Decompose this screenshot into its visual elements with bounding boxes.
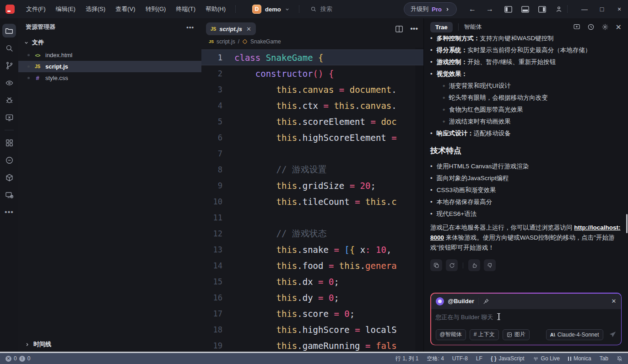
code-line[interactable]: 13 this.snake = [{ x: 10,: [201, 241, 423, 257]
builder-toolbar: @智能体 # 上下文 图片 A\ Claude-4-Sonnet: [431, 329, 621, 345]
git-branch-icon: [2, 59, 16, 72]
menu-item[interactable]: 查看(V): [110, 5, 140, 13]
window-minimize-button[interactable]: —: [576, 0, 593, 18]
code-line[interactable]: 1class SnakeGame {: [201, 49, 423, 65]
activity-remote-devices[interactable]: [0, 186, 18, 203]
menu-item[interactable]: 选择(S): [81, 5, 110, 13]
thumbs-up-button[interactable]: [468, 259, 480, 271]
file-item[interactable]: <>index.html: [18, 49, 201, 61]
code-line[interactable]: 8 // 游戏设置: [201, 161, 423, 177]
code-line[interactable]: 11: [201, 209, 423, 225]
breadcrumb-file[interactable]: script.js: [217, 38, 235, 45]
code-text: this.scoreElement = doc: [234, 117, 397, 127]
cursor-position[interactable]: 行 1, 列 1: [395, 355, 419, 363]
builder-mention[interactable]: @Builder: [448, 298, 474, 305]
code-line[interactable]: 10 this.tileCount = this.c: [201, 193, 423, 209]
regenerate-button[interactable]: [446, 259, 458, 271]
agents-chip[interactable]: @智能体: [436, 329, 466, 340]
chat-input[interactable]: 您正在与 Builder 聊天: [431, 309, 621, 329]
account-icon[interactable]: [555, 5, 563, 13]
tab-script-js[interactable]: JS script.js ✕: [206, 22, 256, 35]
code-line[interactable]: 15 this.dx = 0;: [201, 273, 423, 289]
go-live-button[interactable]: Go Live: [533, 355, 560, 362]
code-line[interactable]: 3 this.canvas = document.: [201, 81, 423, 97]
global-search[interactable]: 搜索: [310, 5, 332, 13]
code-line[interactable]: 12 // 游戏状态: [201, 225, 423, 241]
toggle-right-panel-button[interactable]: [538, 6, 546, 13]
encoding-setting[interactable]: UTF-8: [452, 355, 468, 362]
panel-scrollbar-thumb[interactable]: [626, 214, 628, 233]
breadcrumb-symbol[interactable]: SnakeGame: [250, 38, 281, 45]
activity-explorer[interactable]: [0, 22, 18, 39]
tab-agents[interactable]: 智能体: [464, 23, 482, 31]
close-builder-icon[interactable]: ✕: [612, 298, 617, 305]
nav-forward-button[interactable]: →: [486, 5, 493, 13]
thumbs-down-button[interactable]: [484, 259, 496, 271]
code-line[interactable]: 5 this.scoreElement = doc: [201, 113, 423, 129]
window-close-button[interactable]: ×: [611, 0, 628, 18]
activity-package[interactable]: [0, 169, 18, 186]
code-line[interactable]: 19 this.gameRunning = fals: [201, 337, 423, 352]
notifications-muted-icon[interactable]: [617, 356, 623, 362]
menu-item[interactable]: 帮助(H): [200, 5, 231, 13]
explorer-title: 资源管理器: [26, 23, 55, 31]
code-line[interactable]: 9 this.gridSize = 20;: [201, 177, 423, 193]
toggle-left-panel-button[interactable]: [504, 6, 512, 13]
image-chip[interactable]: 图片: [503, 329, 530, 340]
menu-item[interactable]: 文件(F): [21, 5, 51, 13]
hammer-icon[interactable]: [483, 298, 489, 305]
copy-button[interactable]: [430, 259, 442, 271]
toggle-bottom-panel-button[interactable]: [521, 6, 529, 13]
code-line[interactable]: 4 this.ctx = this.canvas.: [201, 97, 423, 113]
nav-back-button[interactable]: ←: [469, 5, 476, 13]
problems-indicator[interactable]: ✕ 0 ! 0: [5, 355, 30, 362]
menu-item[interactable]: 终端(T): [171, 5, 200, 13]
activity-search[interactable]: [0, 39, 18, 57]
activity-code-review[interactable]: [0, 74, 18, 91]
timeline-section-header[interactable]: 时间线: [18, 337, 201, 352]
file-item[interactable]: #style.css: [18, 72, 201, 84]
explorer-more-actions[interactable]: •••: [186, 24, 194, 31]
activity-history[interactable]: [0, 151, 18, 169]
code-line[interactable]: 14 this.food = this.genera: [201, 257, 423, 273]
activity-extensions[interactable]: [0, 134, 18, 151]
new-chat-icon[interactable]: [573, 23, 580, 31]
code-line[interactable]: 18 this.highScore = localS: [201, 321, 423, 337]
activity-terminal[interactable]: [0, 109, 18, 126]
activity-debug[interactable]: [0, 91, 18, 109]
tab-size-setting[interactable]: Tab: [600, 355, 608, 362]
code-line[interactable]: 6 this.highScoreElement =: [201, 129, 423, 145]
model-selector[interactable]: A\ Claude-4-Sonnet: [546, 329, 603, 340]
send-button[interactable]: [609, 331, 617, 338]
language-mode[interactable]: { } JavaScript: [491, 355, 525, 362]
code-line[interactable]: 17 this.score = 0;: [201, 305, 423, 321]
history-icon[interactable]: [587, 23, 595, 31]
project-name: demo: [265, 6, 281, 13]
activity-more[interactable]: •••: [0, 203, 18, 221]
monica-extension[interactable]: Monica: [568, 355, 591, 362]
code-line[interactable]: 7: [201, 145, 423, 161]
menu-item[interactable]: 编辑(E): [51, 5, 81, 13]
activity-source-control[interactable]: [0, 57, 18, 74]
code-area[interactable]: 1class SnakeGame {2 constructor() {3 thi…: [201, 48, 423, 352]
context-chip[interactable]: # 上下文: [470, 329, 499, 340]
split-editor-button[interactable]: [395, 26, 403, 32]
code-line[interactable]: 16 this.dy = 0;: [201, 289, 423, 305]
code-line[interactable]: 2 constructor() {: [201, 65, 423, 81]
editor-more-actions[interactable]: •••: [410, 25, 418, 33]
upgrade-pro-button[interactable]: 升级到 Pro: [404, 2, 457, 16]
indentation-setting[interactable]: 空格: 4: [427, 355, 444, 363]
close-panel-icon[interactable]: ✕: [616, 23, 622, 32]
file-item[interactable]: JSscript.js: [18, 61, 201, 72]
project-switcher[interactable]: D demo: [248, 5, 294, 14]
settings-gear-icon[interactable]: [601, 23, 609, 31]
image-icon: [507, 332, 512, 337]
tab-close-icon[interactable]: ✕: [246, 26, 251, 32]
app-logo-icon[interactable]: [5, 5, 15, 14]
eol-setting[interactable]: LF: [476, 355, 482, 362]
menu-item[interactable]: 转到(G): [141, 5, 171, 13]
window-maximize-button[interactable]: □: [593, 0, 611, 18]
breadcrumb[interactable]: JS script.js / SnakeGame: [201, 36, 423, 48]
files-section-header[interactable]: 文件: [18, 36, 201, 49]
tab-trae[interactable]: Trae: [430, 22, 453, 32]
